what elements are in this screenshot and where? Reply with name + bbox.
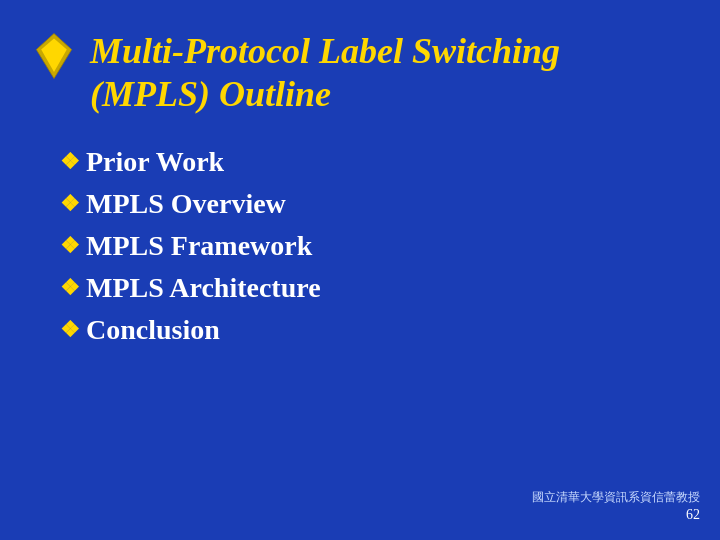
slide: Multi-Protocol Label Switching (MPLS) Ou… <box>0 0 720 540</box>
slide-title: Multi-Protocol Label Switching (MPLS) Ou… <box>90 30 560 116</box>
footer-institution: 國立清華大學資訊系資信蕾教授 <box>532 489 700 506</box>
title-diamond-icon <box>30 32 78 80</box>
footer-page-number: 62 <box>532 505 700 525</box>
list-item: ❖ MPLS Framework <box>60 230 680 262</box>
bullet-conclusion: Conclusion <box>86 314 220 346</box>
bullet-diamond-icon: ❖ <box>60 275 80 301</box>
bullet-diamond-icon: ❖ <box>60 149 80 175</box>
list-item: ❖ MPLS Architecture <box>60 272 680 304</box>
bullet-prior-work: Prior Work <box>86 146 224 178</box>
bullet-diamond-icon: ❖ <box>60 191 80 217</box>
list-item: ❖ Conclusion <box>60 314 680 346</box>
list-item: ❖ Prior Work <box>60 146 680 178</box>
bullet-list: ❖ Prior Work ❖ MPLS Overview ❖ MPLS Fram… <box>30 146 680 346</box>
slide-footer: 國立清華大學資訊系資信蕾教授 62 <box>532 489 700 525</box>
bullet-mpls-overview: MPLS Overview <box>86 188 286 220</box>
title-line2: (MPLS) Outline <box>90 74 331 114</box>
bullet-mpls-framework: MPLS Framework <box>86 230 312 262</box>
bullet-diamond-icon: ❖ <box>60 233 80 259</box>
title-line1: Multi-Protocol Label Switching <box>90 31 560 71</box>
title-area: Multi-Protocol Label Switching (MPLS) Ou… <box>30 30 680 116</box>
bullet-mpls-architecture: MPLS Architecture <box>86 272 321 304</box>
list-item: ❖ MPLS Overview <box>60 188 680 220</box>
bullet-diamond-icon: ❖ <box>60 317 80 343</box>
